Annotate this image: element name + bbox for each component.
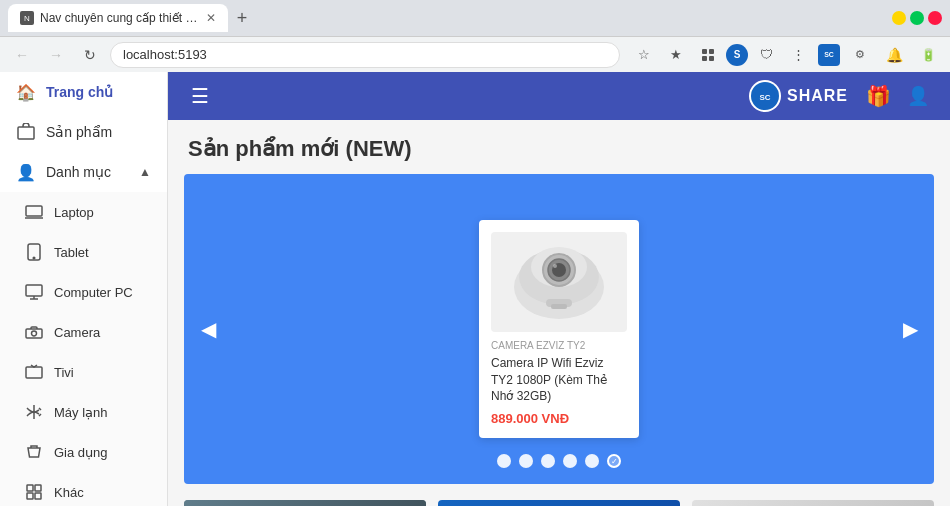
navbar-icons: 🎁 👤 <box>862 80 934 112</box>
maximize-button[interactable] <box>910 11 924 25</box>
sidebar-submenu: Laptop Tablet Computer PC Camera <box>0 192 167 506</box>
sidebar-item-laptop[interactable]: Laptop <box>0 192 167 232</box>
tablet-icon <box>24 242 44 262</box>
sidebar-item-gia-dung[interactable]: Gia dụng <box>0 432 167 472</box>
product-card[interactable]: CAMERA EZVIZ TY2 Camera IP Wifi Ezviz TY… <box>479 220 639 438</box>
sidebar-label-may-lanh: Máy lạnh <box>54 405 108 420</box>
close-button[interactable] <box>928 11 942 25</box>
new-tab-button[interactable]: + <box>228 4 256 32</box>
sidebar-item-may-lanh[interactable]: Máy lạnh <box>0 392 167 432</box>
menu-icon[interactable]: ⋮ <box>784 41 812 69</box>
svg-text:SC: SC <box>759 93 770 102</box>
brand-text: SHARE <box>787 87 848 105</box>
carousel-dot-4[interactable] <box>563 454 577 468</box>
navbar-brand: SC SHARE 🎁 👤 <box>749 80 934 112</box>
star-icon[interactable]: ★ <box>662 41 690 69</box>
sidebar-label-khac: Khác <box>54 485 84 500</box>
sidebar-label-computer-pc: Computer PC <box>54 285 133 300</box>
product-name: Camera IP Wifi Ezviz TY2 1080P (Kèm Thẻ … <box>491 355 627 405</box>
bottom-products: Copyright © ShareCode.vn Copyright © Sha… <box>168 500 950 506</box>
svg-rect-11 <box>26 367 42 378</box>
svg-rect-27 <box>551 304 567 309</box>
tab-close-button[interactable]: ✕ <box>206 11 216 25</box>
more-tools-icon[interactable]: ⚙ <box>846 41 874 69</box>
gift-icon[interactable]: 🎁 <box>862 80 894 112</box>
khac-icon <box>24 482 44 502</box>
svg-rect-2 <box>702 56 707 61</box>
battery-icon[interactable]: 🔋 <box>914 41 942 69</box>
refresh-button[interactable]: ↻ <box>76 41 104 69</box>
bottom-product-card-1[interactable]: Copyright © ShareCode.vn <box>184 500 426 506</box>
brand-logo: SC <box>749 80 781 112</box>
carousel-dots: ✓ <box>497 454 621 468</box>
toolbar-icons: ☆ ★ S 🛡 ⋮ <box>630 41 812 69</box>
profile-icon[interactable]: S <box>726 44 748 66</box>
sharecode-extension[interactable]: SC <box>818 44 840 66</box>
tab-title: Nav chuyên cung cấp thiết bị đi... <box>40 11 200 25</box>
tab-bar: N Nav chuyên cung cấp thiết bị đi... ✕ +… <box>0 0 950 36</box>
section-title: Sản phẩm mới (NEW) <box>168 120 950 174</box>
tivi-icon <box>24 362 44 382</box>
sidebar-item-camera[interactable]: Camera <box>0 312 167 352</box>
extensions-icon[interactable] <box>694 41 722 69</box>
laptop-icon <box>24 202 44 222</box>
shield-icon[interactable]: 🛡 <box>752 41 780 69</box>
camera-icon <box>24 322 44 342</box>
svg-point-25 <box>553 264 557 268</box>
carousel-slide: CAMERA EZVIZ TY2 Camera IP Wifi Ezviz TY… <box>184 174 934 484</box>
forward-button[interactable]: → <box>42 41 70 69</box>
svg-rect-8 <box>26 285 42 296</box>
brand-logo-inner: SC <box>751 82 779 110</box>
sidebar-item-danh-muc[interactable]: 👤 Danh mục ▲ <box>0 152 167 192</box>
sidebar-label-tablet: Tablet <box>54 245 89 260</box>
active-tab[interactable]: N Nav chuyên cung cấp thiết bị đi... ✕ <box>8 4 228 32</box>
home-icon: 🏠 <box>16 82 36 102</box>
carousel-dot-3[interactable] <box>541 454 555 468</box>
notification-icon[interactable]: 🔔 <box>880 41 908 69</box>
sidebar-item-khac[interactable]: Khác <box>0 472 167 506</box>
sidebar-item-san-pham[interactable]: Sản phẩm <box>0 112 167 152</box>
sidebar-label-gia-dung: Gia dụng <box>54 445 108 460</box>
svg-rect-0 <box>702 49 707 54</box>
window-controls: − <box>892 11 942 25</box>
tab-favicon: N <box>20 11 34 25</box>
sharecode-logo: SC <box>818 44 840 66</box>
gia-dung-icon <box>24 442 44 462</box>
minimize-button[interactable]: − <box>892 11 906 25</box>
svg-rect-15 <box>35 493 41 499</box>
svg-rect-1 <box>709 49 714 54</box>
svg-rect-14 <box>27 493 33 499</box>
svg-point-10 <box>32 331 37 336</box>
bottom-product-card-3[interactable] <box>692 500 934 506</box>
category-icon: 👤 <box>16 162 36 182</box>
carousel-dot-2[interactable] <box>519 454 533 468</box>
bookmark-icon[interactable]: ☆ <box>630 41 658 69</box>
browser-toolbar: ← → ↻ ☆ ★ S 🛡 ⋮ SC ⚙ 🔔 🔋 <box>0 36 950 72</box>
product-category: CAMERA EZVIZ TY2 <box>491 340 627 351</box>
product-price: 889.000 VNĐ <box>491 411 627 426</box>
sidebar: 🏠 Trang chủ Sản phẩm 👤 Danh mục ▲ Laptop <box>0 72 168 506</box>
carousel-prev-button[interactable]: ◀ <box>192 313 224 345</box>
carousel-dot-5[interactable] <box>585 454 599 468</box>
sidebar-item-trang-chu[interactable]: 🏠 Trang chủ <box>0 72 167 112</box>
carousel-dot-1[interactable] <box>497 454 511 468</box>
svg-rect-12 <box>27 485 33 491</box>
address-bar[interactable] <box>110 42 620 68</box>
app-container: 🏠 Trang chủ Sản phẩm 👤 Danh mục ▲ Laptop <box>0 72 950 506</box>
sidebar-item-computer-pc[interactable]: Computer PC <box>0 272 167 312</box>
carousel-next-button[interactable]: ▶ <box>894 313 926 345</box>
may-lanh-icon <box>24 402 44 422</box>
carousel-dot-6[interactable]: ✓ <box>607 454 621 468</box>
bottom-product-card-2[interactable]: Copyright © ShareCode.vn <box>438 500 680 506</box>
sidebar-item-tivi[interactable]: Tivi <box>0 352 167 392</box>
svg-rect-13 <box>35 485 41 491</box>
sidebar-item-tablet[interactable]: Tablet <box>0 232 167 272</box>
sidebar-label-tivi: Tivi <box>54 365 74 380</box>
hamburger-button[interactable]: ☰ <box>184 80 216 112</box>
sidebar-label-san-pham: Sản phẩm <box>46 124 112 140</box>
back-button[interactable]: ← <box>8 41 36 69</box>
person-icon[interactable]: 👤 <box>902 80 934 112</box>
svg-rect-3 <box>709 56 714 61</box>
svg-rect-5 <box>26 206 42 216</box>
sidebar-label-camera: Camera <box>54 325 100 340</box>
